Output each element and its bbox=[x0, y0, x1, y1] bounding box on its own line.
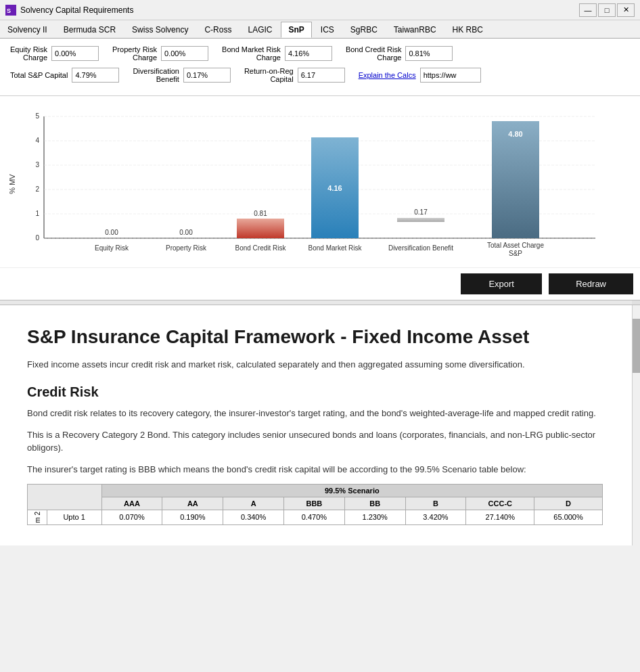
export-button[interactable]: Export bbox=[461, 273, 542, 294]
bond-market-group: Bond Market RiskCharge bbox=[222, 45, 332, 62]
close-button[interactable]: ✕ bbox=[617, 3, 635, 17]
svg-text:Equity Risk: Equity Risk bbox=[95, 244, 129, 252]
maximize-button[interactable]: □ bbox=[598, 3, 616, 17]
scenario-header: 99.5% Scenario bbox=[101, 485, 602, 497]
svg-text:Property Risk: Property Risk bbox=[166, 244, 207, 252]
svg-rect-30 bbox=[492, 121, 539, 238]
svg-text:0.00: 0.00 bbox=[105, 229, 118, 236]
col-bb: BB bbox=[344, 497, 405, 510]
scenario-table: 99.5% Scenario AAA AA A BBB BB B CCC-C D… bbox=[27, 484, 603, 525]
action-row: Export Redraw bbox=[0, 267, 640, 300]
svg-text:2: 2 bbox=[35, 185, 39, 193]
tab-sgrbc[interactable]: SgRBC bbox=[343, 22, 385, 38]
chart-area: % MV 0 1 2 3 4 5 0.00 Equity Risk 0.00 P… bbox=[0, 96, 640, 267]
val-bbb: 0.470% bbox=[284, 510, 345, 525]
bond-market-label: Bond Market RiskCharge bbox=[222, 45, 281, 62]
scrollbar[interactable] bbox=[632, 305, 640, 545]
return-reg-input[interactable] bbox=[298, 68, 345, 83]
col-d: D bbox=[534, 497, 603, 510]
scrollbar-thumb[interactable] bbox=[633, 319, 640, 373]
input-row-1: Equity RiskCharge Property RiskCharge Bo… bbox=[10, 45, 630, 62]
svg-text:Total Asset Charge: Total Asset Charge bbox=[487, 242, 544, 249]
val-aa: 0.190% bbox=[162, 510, 223, 525]
diversification-input[interactable] bbox=[183, 68, 231, 83]
col-ccc: CCC-C bbox=[466, 497, 534, 510]
content-title: S&P Insurance Capital Framework - Fixed … bbox=[27, 326, 603, 349]
col-b: B bbox=[405, 497, 466, 510]
val-b: 3.420% bbox=[405, 510, 466, 525]
credit-risk-para2: This is a Recovery Category 2 Bond. This… bbox=[27, 428, 603, 455]
table-corner bbox=[28, 485, 102, 510]
val-bb: 1.230% bbox=[344, 510, 405, 525]
svg-text:3: 3 bbox=[35, 161, 39, 169]
title-bar: S Solvency Capital Requirements — □ ✕ bbox=[0, 0, 640, 20]
input-row-2: Total S&P Capital DiversificationBenefit… bbox=[10, 67, 630, 83]
explain-calcs-group: Explain the Calcs bbox=[359, 68, 481, 83]
svg-text:Bond Market Risk: Bond Market Risk bbox=[308, 244, 363, 252]
tab-lagic[interactable]: LAGIC bbox=[240, 22, 279, 38]
bond-market-input[interactable] bbox=[285, 46, 332, 61]
svg-text:1: 1 bbox=[35, 210, 39, 217]
explain-calcs-input[interactable] bbox=[420, 68, 481, 83]
credit-risk-heading: Credit Risk bbox=[27, 384, 603, 400]
val-ccc: 27.140% bbox=[466, 510, 534, 525]
tab-solvency2[interactable]: Solvency II bbox=[0, 22, 55, 38]
svg-text:0.17: 0.17 bbox=[414, 208, 428, 216]
val-d: 65.000% bbox=[534, 510, 603, 525]
tab-swiss[interactable]: Swiss Solvency bbox=[124, 22, 196, 38]
tab-ics[interactable]: ICS bbox=[313, 22, 342, 38]
diversification-label: DiversificationBenefit bbox=[133, 67, 179, 83]
svg-text:0: 0 bbox=[35, 234, 39, 242]
svg-rect-27 bbox=[397, 218, 444, 222]
property-risk-group: Property RiskCharge bbox=[112, 45, 208, 62]
redraw-button[interactable]: Redraw bbox=[549, 273, 633, 294]
panel-divider bbox=[0, 300, 640, 305]
bond-credit-label: Bond Credit RiskCharge bbox=[346, 45, 402, 62]
svg-text:4: 4 bbox=[35, 137, 39, 144]
bond-credit-group: Bond Credit RiskCharge bbox=[346, 45, 453, 62]
equity-risk-label: Equity RiskCharge bbox=[10, 45, 47, 62]
diversification-group: DiversificationBenefit bbox=[133, 67, 230, 83]
tab-bermuda[interactable]: Bermuda SCR bbox=[56, 22, 123, 38]
col-bbb: BBB bbox=[284, 497, 345, 510]
tab-hkrbc[interactable]: HK RBC bbox=[445, 22, 490, 38]
app-title: Solvency Capital Requirements bbox=[20, 5, 579, 15]
svg-text:S: S bbox=[7, 7, 11, 14]
svg-rect-21 bbox=[237, 219, 284, 238]
val-aaa: 0.070% bbox=[101, 510, 162, 525]
equity-risk-group: Equity RiskCharge bbox=[10, 45, 99, 62]
property-risk-input[interactable] bbox=[161, 46, 208, 61]
total-sp-input[interactable] bbox=[72, 68, 119, 83]
tab-snp[interactable]: SnP bbox=[281, 22, 311, 38]
credit-risk-para1: Bond credit risk relates to its recovery… bbox=[27, 407, 603, 420]
credit-risk-para3: The insurer's target rating is BBB which… bbox=[27, 463, 603, 476]
input-panel: Equity RiskCharge Property RiskCharge Bo… bbox=[0, 39, 640, 96]
property-risk-label: Property RiskCharge bbox=[112, 45, 157, 62]
total-sp-group: Total S&P Capital bbox=[10, 68, 119, 83]
equity-risk-input[interactable] bbox=[51, 46, 99, 61]
svg-text:% MV: % MV bbox=[8, 174, 16, 194]
return-reg-group: Return-on-RegCapital bbox=[244, 67, 345, 83]
svg-text:0.00: 0.00 bbox=[179, 229, 193, 236]
col-aa: AA bbox=[162, 497, 223, 510]
bond-credit-input[interactable] bbox=[405, 46, 453, 61]
explain-calcs-link[interactable]: Explain the Calcs bbox=[359, 71, 416, 79]
svg-text:Bond Credit Risk: Bond Credit Risk bbox=[235, 244, 286, 252]
side-header: m 2 bbox=[28, 510, 47, 525]
tab-bar: Solvency II Bermuda SCR Swiss Solvency C… bbox=[0, 20, 640, 39]
return-reg-label: Return-on-RegCapital bbox=[244, 67, 294, 83]
col-aaa: AAA bbox=[101, 497, 162, 510]
minimize-button[interactable]: — bbox=[579, 3, 597, 17]
svg-text:Diversification Benefit: Diversification Benefit bbox=[388, 244, 453, 252]
tab-cross[interactable]: C-Ross bbox=[197, 22, 239, 38]
content-panel: S&P Insurance Capital Framework - Fixed … bbox=[0, 305, 640, 545]
scrollbar-area bbox=[632, 300, 640, 305]
col-a: A bbox=[223, 497, 284, 510]
tab-taiwanrbc[interactable]: TaiwanRBC bbox=[386, 22, 444, 38]
app-icon: S bbox=[5, 5, 16, 16]
bar-chart: % MV 0 1 2 3 4 5 0.00 Equity Risk 0.00 P… bbox=[7, 103, 616, 259]
svg-text:4.16: 4.16 bbox=[327, 184, 342, 192]
svg-text:S&P: S&P bbox=[509, 250, 522, 257]
svg-text:5: 5 bbox=[35, 112, 39, 120]
svg-text:0.81: 0.81 bbox=[254, 210, 267, 217]
